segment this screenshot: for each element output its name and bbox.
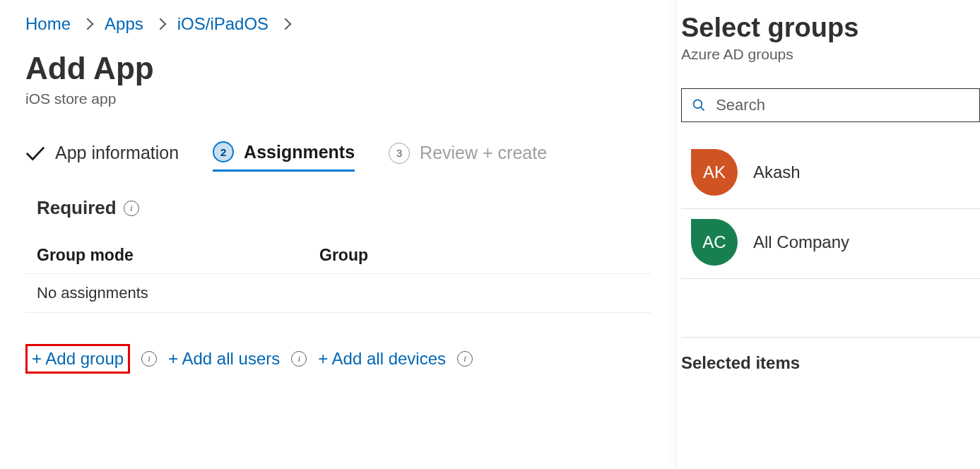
group-name: All Company	[753, 232, 849, 252]
add-all-users-link[interactable]: + Add all users	[168, 349, 280, 369]
group-item-akash[interactable]: AK Akash	[681, 139, 980, 209]
search-input[interactable]	[714, 95, 969, 115]
breadcrumb: Home Apps iOS/iPadOS	[25, 14, 651, 34]
step-review-create[interactable]: 3 Review + create	[389, 143, 547, 171]
info-icon[interactable]: i	[141, 351, 157, 367]
chevron-right-icon	[280, 18, 292, 30]
search-icon	[692, 97, 706, 113]
info-icon[interactable]: i	[291, 351, 307, 367]
svg-line-1	[701, 107, 704, 111]
avatar: AC	[691, 219, 738, 266]
info-icon[interactable]: i	[457, 351, 473, 367]
table-header: Group mode Group	[25, 246, 651, 274]
panel-subtitle: Azure AD groups	[677, 46, 980, 63]
info-icon[interactable]: i	[124, 201, 139, 216]
checkmark-icon	[25, 143, 45, 163]
add-all-devices-link[interactable]: + Add all devices	[318, 349, 446, 369]
page-subtitle: iOS store app	[25, 90, 651, 107]
page-title: Add App	[25, 51, 651, 86]
assignments-table: Group mode Group No assignments	[25, 246, 651, 313]
table-empty-row: No assignments	[25, 274, 651, 313]
col-group-mode: Group mode	[37, 246, 319, 265]
svg-point-0	[694, 100, 702, 108]
wizard-steps: App information 2 Assignments 3 Review +…	[25, 141, 651, 172]
step-number: 3	[389, 143, 410, 164]
col-group: Group	[319, 246, 368, 265]
add-group-link[interactable]: + Add group	[32, 349, 124, 368]
group-item-all-company[interactable]: AC All Company	[681, 209, 980, 279]
chevron-right-icon	[82, 18, 94, 30]
panel-title: Select groups	[677, 13, 980, 43]
section-heading-text: Required	[37, 197, 117, 219]
search-field[interactable]	[681, 88, 980, 122]
breadcrumb-apps[interactable]: Apps	[105, 14, 143, 34]
add-actions-row: + Add group i + Add all users i + Add al…	[25, 344, 651, 374]
step-app-information[interactable]: App information	[25, 143, 179, 170]
avatar: AK	[691, 149, 738, 196]
breadcrumb-home[interactable]: Home	[25, 14, 71, 34]
group-name: Akash	[753, 162, 801, 182]
step-label: Review + create	[420, 143, 547, 163]
chevron-right-icon	[154, 18, 166, 30]
section-required-heading: Required i	[37, 197, 651, 219]
highlight-add-group: + Add group	[25, 344, 130, 374]
select-groups-panel: Select groups Azure AD groups AK Akash A…	[676, 0, 980, 469]
selected-items-heading: Selected items	[681, 337, 980, 373]
step-number: 2	[213, 141, 234, 162]
step-label: Assignments	[244, 142, 355, 162]
group-list: AK Akash AC All Company	[681, 139, 980, 279]
step-assignments[interactable]: 2 Assignments	[213, 141, 355, 172]
step-label: App information	[55, 143, 179, 163]
breadcrumb-ios[interactable]: iOS/iPadOS	[177, 14, 268, 34]
